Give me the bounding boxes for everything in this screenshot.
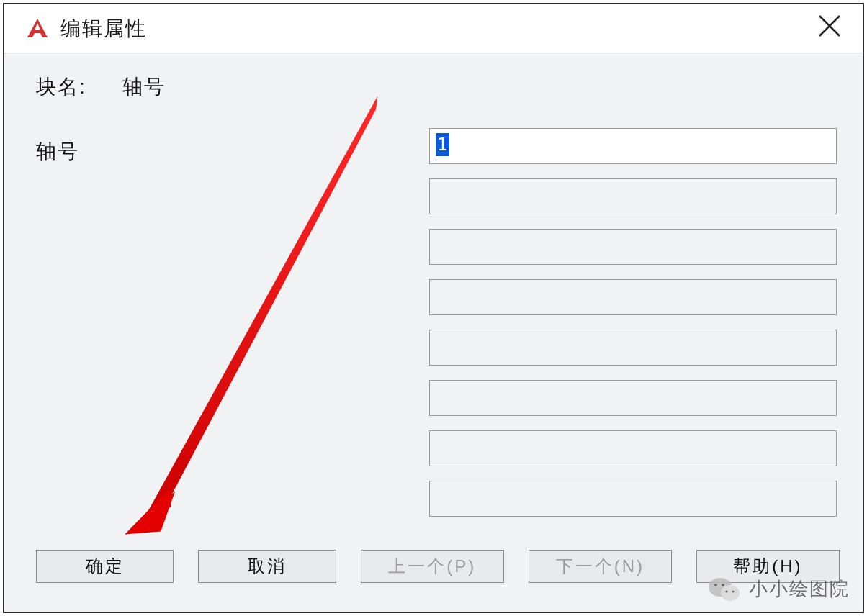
attribute-input-2[interactable] [429, 178, 837, 214]
attribute-input-8[interactable] [429, 481, 837, 517]
cancel-button[interactable]: 取消 [198, 550, 336, 583]
block-name-value: 轴号 [122, 76, 166, 98]
attribute-input-7[interactable] [429, 430, 837, 466]
watermark-text: 小小绘图院 [749, 576, 850, 602]
svg-point-8 [732, 590, 734, 592]
attribute-input-6[interactable] [429, 380, 837, 416]
watermark: 小小绘图院 [707, 574, 850, 603]
next-button[interactable]: 下一个(N) [529, 550, 672, 583]
close-icon[interactable] [815, 12, 844, 40]
wechat-icon [707, 574, 742, 603]
attribute-input-3[interactable] [429, 229, 837, 265]
titlebar: 编辑属性 [4, 4, 863, 53]
attribute-fields: 1 [429, 128, 837, 531]
previous-button[interactable]: 上一个(P) [361, 550, 504, 583]
attribute-input-4[interactable] [429, 279, 837, 315]
svg-point-5 [714, 584, 717, 586]
dialog-title: 编辑属性 [60, 15, 147, 42]
svg-marker-2 [125, 492, 175, 535]
attribute-value-selected: 1 [436, 133, 449, 156]
svg-point-7 [725, 590, 727, 592]
autocad-icon [24, 16, 50, 42]
ok-button[interactable]: 确定 [36, 550, 174, 583]
block-name-label: 块名: [36, 76, 86, 98]
attribute-input-1[interactable]: 1 [429, 128, 837, 164]
attribute-input-5[interactable] [429, 330, 837, 366]
block-name-row: 块名: 轴号 [36, 73, 166, 101]
svg-point-4 [721, 585, 740, 601]
edit-attributes-dialog: 编辑属性 块名: 轴号 轴号 1 确定 取消 [3, 3, 864, 613]
svg-point-6 [722, 584, 724, 586]
attribute-label: 轴号 [36, 138, 79, 166]
dialog-body: 块名: 轴号 轴号 1 确定 取消 上一个(P) 下一个(N) 帮助(H) [4, 53, 863, 612]
